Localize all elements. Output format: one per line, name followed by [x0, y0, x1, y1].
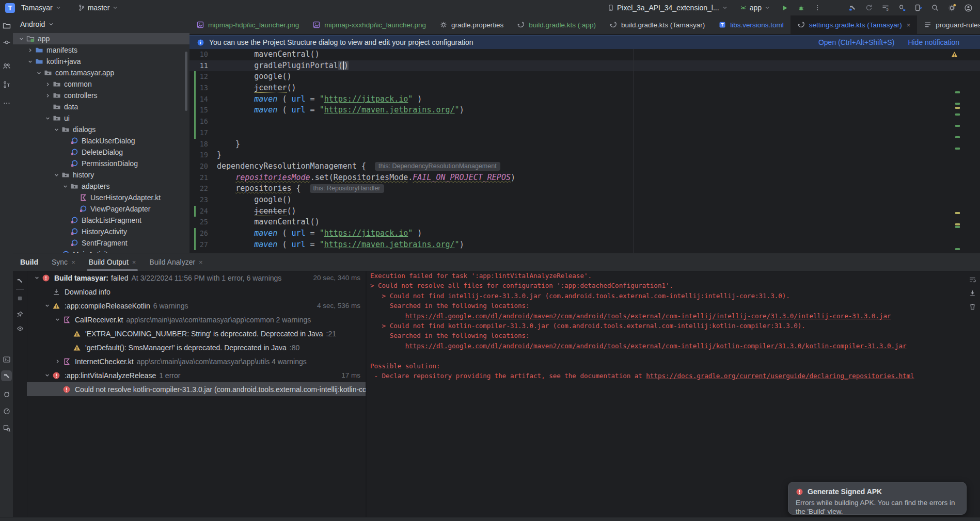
tree-item-adapters[interactable]: adapters: [13, 181, 189, 192]
tree-item-blackuserdialog[interactable]: BlackUserDialog: [13, 135, 189, 146]
chevron-right-icon[interactable]: [43, 91, 52, 100]
build-console[interactable]: Execution failed for task ':app:lintVita…: [370, 271, 966, 517]
tree-item-kotlin-java[interactable]: kotlin+java: [13, 56, 189, 67]
tree-item-userhistoryadapter-kt[interactable]: UserHistoryAdapter.kt: [13, 192, 189, 203]
build-tree-row-6[interactable]: InternetChecker.ktapp\src\main\java\com\…: [27, 354, 366, 368]
preview-icon[interactable]: [15, 323, 25, 333]
code-line-25[interactable]: 25 mavenCentral(): [189, 217, 980, 228]
notification-toast[interactable]: Generate Signed APK Errors while buildin…: [788, 482, 967, 515]
tree-item-permissiondialog[interactable]: PermissionDialog: [13, 158, 189, 169]
editor-tab-settings-gradle-kts-tamasyar-[interactable]: settings.gradle.kts (Tamasyar)×: [791, 15, 918, 34]
tree-item-sentfragment[interactable]: SentFragment: [13, 237, 189, 249]
run-config-selector[interactable]: app: [736, 2, 773, 13]
scroll-to-end-icon[interactable]: [968, 288, 977, 298]
tree-item-ui[interactable]: ui: [13, 112, 189, 124]
tree-item-com-tamasyar-app[interactable]: com.tamasyar.app: [13, 67, 189, 78]
banner-hide-link[interactable]: Hide notification: [908, 38, 959, 46]
chevron-down-icon[interactable]: [42, 302, 52, 309]
code-line-20[interactable]: 20dependencyResolutionManagement { this:…: [189, 161, 980, 172]
tree-item-dialogs[interactable]: dialogs: [13, 124, 189, 135]
build-tree-row-8[interactable]: Could not resolve kotlin-compiler-31.3.0…: [27, 382, 366, 396]
terminal-icon[interactable]: [1, 354, 12, 365]
code-line-24[interactable]: 24 jcenter(): [189, 206, 980, 217]
build-tree-row-4[interactable]: 'EXTRA_INCOMING_NUMBER: String' is depre…: [27, 327, 366, 340]
tree-item-common[interactable]: common: [13, 78, 189, 90]
chevron-right-icon[interactable]: [26, 46, 35, 54]
build-tab-build-output[interactable]: Build Output×: [89, 253, 136, 271]
commit-icon[interactable]: [1, 37, 12, 47]
tree-item-blacklistfragment[interactable]: BlackListFragment: [13, 215, 189, 226]
code-line-17[interactable]: 17: [189, 127, 980, 139]
sync-icon[interactable]: [863, 2, 875, 13]
logcat-icon[interactable]: [1, 388, 12, 399]
soft-wrap-icon[interactable]: [968, 275, 977, 285]
tree-item-historyactivity[interactable]: HistoryActivity: [13, 226, 189, 237]
code-line-19[interactable]: 19}: [189, 150, 980, 161]
close-tab-icon[interactable]: ×: [907, 21, 911, 29]
project-icon[interactable]: [1, 20, 12, 31]
chevron-down-icon[interactable]: [26, 57, 35, 66]
code-line-12[interactable]: 12 google(): [189, 71, 980, 83]
chevron-down-icon[interactable]: [42, 372, 52, 379]
more-actions-icon[interactable]: [812, 2, 823, 13]
tree-item-viewpageradapter[interactable]: ViewPagerAdapter: [13, 203, 189, 215]
build-tab-build-analyzer[interactable]: Build Analyzer×: [149, 253, 202, 271]
tree-item-manifests[interactable]: manifests: [13, 44, 189, 56]
code-line-16[interactable]: 16: [189, 116, 980, 127]
tree-item-controllers[interactable]: controllers: [13, 90, 189, 101]
build-tree-row-0[interactable]: Build tamasyar:failedAt 3/22/2024 11:56 …: [27, 271, 366, 285]
build-tree-row-2[interactable]: :app:compileReleaseKotlin6 warnings4 sec…: [27, 299, 366, 313]
console-link[interactable]: https://docs.gradle.org/current/userguid…: [646, 372, 914, 380]
chevron-down-icon[interactable]: [52, 171, 61, 179]
editor-tab-mipmap-hdpi-ic-launcher-png[interactable]: mipmap-hdpi\ic_launcher.png: [189, 15, 306, 34]
editor-tab-gradle-properties[interactable]: gradle.properties: [433, 15, 510, 34]
editor-tab-mipmap-xxxhdpi-ic-launcher-png[interactable]: mipmap-xxxhdpi\ic_launcher.png: [306, 15, 433, 34]
code-line-21[interactable]: 21 repositoriesMode.set(RepositoriesMode…: [189, 172, 980, 184]
console-link[interactable]: https://dl.google.com/dl/android/maven2/…: [405, 312, 891, 320]
code-line-10[interactable]: 10 mavenCentral(): [189, 49, 980, 60]
chevron-down-icon[interactable]: [17, 35, 26, 43]
device-selector[interactable]: Pixel_3a_API_34_extension_l...: [604, 2, 731, 13]
tree-item-app[interactable]: app: [13, 33, 189, 44]
build-tree-row-3[interactable]: CallReceiver.ktapp\src\main\java\com\tam…: [27, 313, 366, 327]
chevron-right-icon[interactable]: [43, 80, 52, 88]
build-icon[interactable]: [1, 370, 12, 381]
close-tab-icon[interactable]: ×: [132, 258, 136, 266]
vcs-branch-selector[interactable]: master: [75, 2, 122, 13]
structure-icon[interactable]: [1, 60, 12, 71]
build-splitter[interactable]: [366, 271, 367, 517]
code-editor[interactable]: 10 mavenCentral()11 gradlePluginPortal()…: [189, 49, 980, 253]
code-line-22[interactable]: 22 repositories { this: RepositoryHandle…: [189, 183, 980, 194]
close-tab-icon[interactable]: ×: [71, 258, 75, 266]
build-hammer-icon[interactable]: [847, 2, 858, 13]
profile-icon[interactable]: [962, 2, 974, 13]
chevron-right-icon[interactable]: [53, 358, 62, 365]
clear-icon[interactable]: [968, 302, 977, 312]
code-line-18[interactable]: 18 }: [189, 139, 980, 150]
profiler-icon[interactable]: [1, 405, 12, 416]
editor-tab-build-gradle-kts-tamasyar-[interactable]: build.gradle.kts (Tamasyar): [603, 15, 712, 34]
run-button[interactable]: [779, 2, 790, 13]
tree-item-deletedialog[interactable]: DeleteDialog: [13, 146, 189, 158]
code-line-15[interactable]: 15 maven ( url = "https://maven.jetbrain…: [189, 105, 980, 116]
device-manager-icon[interactable]: [913, 2, 924, 13]
settings-icon[interactable]: [946, 2, 957, 13]
code-line-23[interactable]: 23 google(): [189, 194, 980, 206]
build-tab-sync[interactable]: Sync×: [52, 253, 75, 271]
todo-list-icon[interactable]: 5: [880, 2, 891, 13]
chevron-down-icon[interactable]: [43, 114, 52, 122]
app-inspection-icon[interactable]: [1, 422, 12, 433]
pull-requests-icon[interactable]: [1, 79, 12, 90]
project-tree-scrollbar[interactable]: [185, 52, 187, 111]
editor-tab-libs-versions-toml[interactable]: libs.versions.toml: [712, 15, 791, 34]
editor-tab-build-gradle-kts-app-[interactable]: build.gradle.kts (:app): [510, 15, 603, 34]
build-tree-row-7[interactable]: :app:lintVitalAnalyzeRelease1 error17 ms: [27, 368, 366, 382]
console-link[interactable]: https://dl.google.com/dl/android/maven2/…: [405, 342, 907, 350]
close-tab-icon[interactable]: ×: [199, 258, 203, 266]
pin-icon[interactable]: [15, 309, 25, 319]
editor-tab-proguard-rules-pro[interactable]: proguard-rules.pro: [917, 15, 980, 34]
tree-item-mainactivity[interactable]: MainActivity: [13, 249, 189, 253]
chevron-down-icon[interactable]: [53, 316, 62, 323]
code-line-26[interactable]: 26 maven ( url = "https://jitpack.io" ): [189, 228, 980, 239]
search-icon[interactable]: [929, 2, 941, 13]
